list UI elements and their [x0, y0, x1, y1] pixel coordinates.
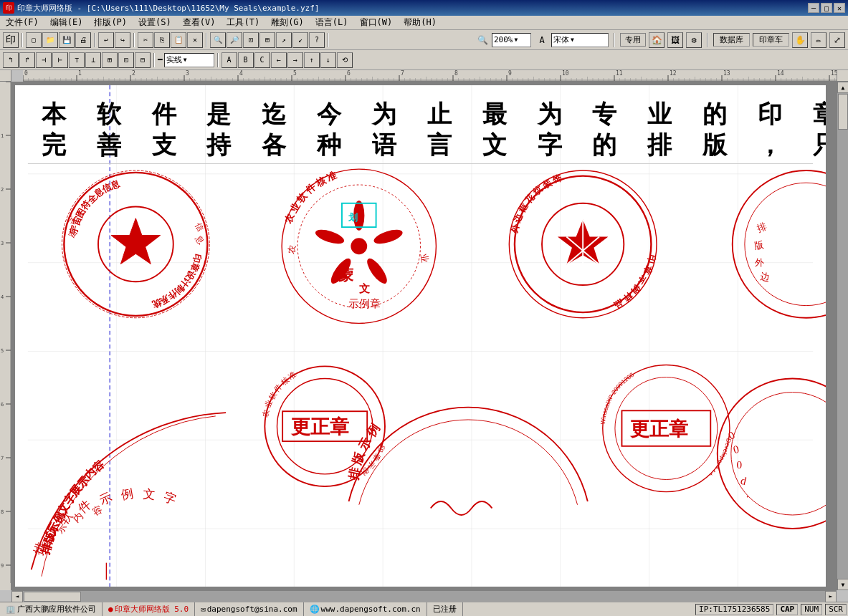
line-type-label: ━ — [158, 55, 163, 64]
tb2-btn13[interactable]: ← — [271, 52, 287, 68]
print-button[interactable]: 🖨 — [75, 32, 91, 48]
tb2-btn17[interactable]: ⟲ — [337, 52, 353, 68]
menu-help[interactable]: 帮助(H) — [398, 15, 442, 30]
svg-text:本 软 件 是 迄 今 为 止 最 为 专 业 的 印 章 : 本 软 件 是 迄 今 为 止 最 为 专 业 的 印 章 设 计 与 制 作 — [41, 100, 826, 127]
tb2-btn6[interactable]: ⊥ — [85, 52, 101, 68]
svg-point-232 — [351, 238, 367, 254]
save-button[interactable]: 💾 — [59, 32, 75, 48]
svg-text:14: 14 — [777, 70, 784, 77]
cut-button[interactable]: ✂ — [138, 32, 153, 48]
special-btn[interactable]: 专用 — [620, 33, 646, 47]
menu-window[interactable]: 窗口(W) — [354, 15, 399, 30]
resize-tool[interactable]: ⤢ — [829, 32, 845, 48]
ruler-corner-right — [837, 70, 848, 82]
web-icon: 🌐 — [310, 605, 320, 614]
database-btn[interactable]: 数据库 — [713, 33, 750, 47]
svg-text:完 善 支 持 各 种 语 言 文 字 的 排 版 ， 只 : 完 善 支 持 各 种 语 言 文 字 的 排 版 ， 只 要 有 字 体 — [42, 131, 826, 158]
undo-button[interactable]: ↩ — [98, 32, 114, 48]
scroll-up-button[interactable]: ▲ — [837, 82, 848, 93]
tb-icon2[interactable]: 🖼 — [667, 32, 683, 48]
ruler-horizontal: // Will be drawn by JS 01234567891011121… — [23, 70, 837, 82]
scroll-left-button[interactable]: ◄ — [11, 591, 23, 602]
tb2-btn16[interactable]: ↓ — [320, 52, 336, 68]
tb2-btn7[interactable]: ⊞ — [102, 52, 118, 68]
menu-view[interactable]: 查看(V) — [177, 15, 221, 30]
svg-text:11: 11 — [616, 70, 623, 77]
separator6 — [614, 33, 615, 47]
actual-size-button[interactable]: ⊞ — [259, 32, 275, 48]
scroll-down-button[interactable]: ▼ — [837, 579, 848, 590]
paste-button[interactable]: 📋 — [171, 32, 186, 48]
menu-engrave[interactable]: 雕刻(G) — [265, 15, 310, 30]
status-website: 🌐 www.dapengsoft.com.cn — [304, 602, 427, 616]
help-tool-button[interactable]: ? — [309, 32, 325, 48]
cart-btn[interactable]: 印章车 — [753, 33, 789, 47]
font-combo[interactable]: 宋体 ▼ — [551, 33, 609, 47]
tb2-btn11[interactable]: B — [238, 52, 254, 68]
menu-settings[interactable]: 设置(S) — [133, 15, 177, 30]
open-button[interactable]: 📁 — [42, 32, 58, 48]
hand-tool[interactable]: ✋ — [792, 32, 808, 48]
tb2-btn15[interactable]: ↑ — [304, 52, 320, 68]
svg-text:1: 1 — [78, 70, 82, 77]
svg-text:15: 15 — [831, 70, 837, 77]
svg-text:文: 文 — [359, 282, 370, 294]
status-registered: 已注册 — [427, 602, 463, 616]
zoom-in-button[interactable]: 🔍 — [210, 32, 226, 48]
tb2-btn3[interactable]: ⊣ — [36, 52, 52, 68]
new-button[interactable]: ▢ — [26, 32, 42, 48]
tb2-btn9[interactable]: ⊟ — [135, 52, 151, 68]
canvas-area: 本 软 件 是 迄 今 为 止 最 为 专 业 的 印 章 设 计 与 制 作 … — [11, 82, 837, 590]
tb2-btn1[interactable]: ↰ — [3, 52, 19, 68]
import-button[interactable]: ↙ — [292, 32, 308, 48]
tb-icon1[interactable]: 🏠 — [649, 32, 664, 48]
separator5 — [328, 33, 329, 47]
horizontal-scrollbar[interactable]: ◄ ► — [11, 590, 837, 602]
menu-file[interactable]: 文件(F) — [0, 15, 44, 30]
status-right: IP:TL1751236585 CAP NUM SCR — [694, 604, 848, 615]
scroll-right-button[interactable]: ► — [825, 591, 837, 602]
tb2-btn2[interactable]: ↱ — [19, 52, 35, 68]
tb2-btn5[interactable]: ⊤ — [69, 52, 85, 68]
menu-language[interactable]: 语言(L) — [310, 15, 354, 30]
scroll-track-h[interactable] — [23, 591, 825, 602]
svg-text:示例章: 示例章 — [349, 297, 381, 309]
svg-text:0: 0 — [736, 458, 742, 471]
svg-text:边: 边 — [759, 271, 770, 284]
tb2-btn4[interactable]: ⊢ — [52, 52, 68, 68]
minimize-button[interactable]: ─ — [808, 3, 819, 13]
zoom-out-button[interactable]: 🔎 — [227, 32, 242, 48]
tb-icon3[interactable]: ⚙ — [686, 32, 702, 48]
tb2-btn10[interactable]: A — [221, 52, 237, 68]
redo-button[interactable]: ↪ — [115, 32, 130, 48]
tb2-btn8[interactable]: ⊡ — [118, 52, 134, 68]
titlebar-left: 印 印章大师网络版 - [C:\Users\111\Desktop\11652\… — [3, 2, 319, 14]
toolbar-right-area: 🔍 200% ▼ A 宋体 ▼ 专用 🏠 🖼 ⚙ 数据库 印章车 ✋ ✏ — [475, 32, 845, 48]
tb2-btn14[interactable]: → — [287, 52, 303, 68]
line-type-combo[interactable]: 实线 ▼ — [164, 53, 214, 67]
svg-text:5: 5 — [1, 348, 4, 354]
toolbar-row1: 印 ▢ 📁 💾 🖨 ↩ ↪ ✂ ⎘ 📋 ✕ 🔍 🔎 ⊡ ⊞ ↗ ↙ ? 🔍 20… — [0, 30, 848, 50]
scroll-thumb-h[interactable] — [24, 592, 81, 602]
scroll-track-v[interactable] — [837, 93, 848, 579]
menu-layout[interactable]: 排版(P) — [88, 15, 133, 30]
zoom-combo[interactable]: 200% ▼ — [492, 33, 531, 47]
svg-text:业: 业 — [419, 253, 430, 263]
pencil-tool[interactable]: ✏ — [811, 32, 826, 48]
export-button[interactable]: ↗ — [276, 32, 292, 48]
titlebar-buttons: ─ □ ✕ — [808, 3, 845, 13]
vertical-scrollbar[interactable]: ▲ ▼ — [837, 82, 848, 590]
font-icon: A — [534, 32, 550, 48]
copy-button[interactable]: ⎘ — [154, 32, 170, 48]
toolbar-icon-app[interactable]: 印 — [3, 32, 19, 48]
sep-tb2-2 — [217, 53, 219, 67]
menu-tools[interactable]: 工具(T) — [221, 15, 265, 30]
menu-edit[interactable]: 编辑(E) — [44, 15, 89, 30]
close-button[interactable]: ✕ — [834, 3, 845, 13]
tb2-btn12[interactable]: C — [254, 52, 270, 68]
svg-text:6: 6 — [347, 70, 351, 77]
fit-button[interactable]: ⊡ — [243, 32, 259, 48]
scroll-thumb-v[interactable] — [838, 94, 848, 130]
delete-button[interactable]: ✕ — [187, 32, 203, 48]
maximize-button[interactable]: □ — [821, 3, 832, 13]
